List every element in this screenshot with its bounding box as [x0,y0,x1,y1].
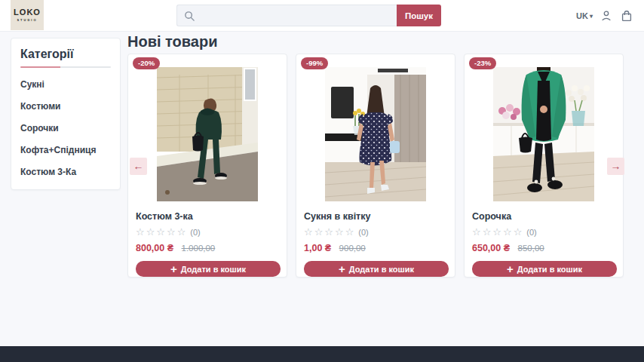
star-icon: ☆ [492,226,503,238]
sidebar-item-suits[interactable]: Костюми [20,101,111,112]
add-to-cart-label: Додати в кошик [181,265,246,274]
star-icon: ☆ [324,226,335,238]
chevron-down-icon: ▾ [590,13,593,20]
cart-icon[interactable] [620,9,633,23]
sidebar-item-shirts[interactable]: Сорочки [20,123,111,133]
rating-count: (0) [526,228,536,237]
discount-badge: -99% [301,57,328,69]
price-row: 650,00 ₴ 850,00 [472,241,615,254]
language-label: UK [576,11,588,20]
add-to-cart-button[interactable]: + Додати в кошик [136,261,281,277]
star-icon: ☆ [167,226,177,238]
search-bar: Пошук [176,5,441,26]
price-old: 900,00 [339,244,366,253]
sidebar-item-suit-3pc[interactable]: Костюм 3-Ка [20,167,111,177]
page-title: Нові товари [127,33,217,51]
product-card: -23% [464,54,624,278]
product-card: -20% Костюм 3-ка [127,54,287,278]
star-icon: ☆ [314,226,325,238]
add-to-cart-label: Додати в кошик [349,265,414,274]
plus-icon: + [339,263,345,275]
add-to-cart-button[interactable]: + Додати в кошик [472,261,617,277]
categories-panel: Категорії Сукні Костюми Сорочки Кофта+Сп… [11,38,121,190]
search-button[interactable]: Пошук [397,5,441,26]
product-card: -99% [296,54,455,278]
product-title[interactable]: Сукня в квітку [304,211,447,222]
price-old: 1.000,00 [182,244,216,253]
star-icon: ☆ [514,226,524,238]
star-icon: ☆ [177,226,188,238]
rating-row: ☆☆☆☆☆(0) [472,226,615,238]
logo-title: LOKO [14,8,41,17]
price-current: 800,00 ₴ [136,243,173,253]
product-image[interactable] [325,67,426,201]
account-icon[interactable] [600,9,613,23]
sidebar-item-top-skirt[interactable]: Кофта+Спідниця [20,145,111,155]
star-icon: ☆ [472,226,483,238]
discount-badge: -20% [133,57,160,69]
price-current: 1,00 ₴ [304,243,331,253]
logo-subtitle: STUDIO [17,18,37,22]
star-icon: ☆ [345,226,356,238]
product-carousel: -20% Костюм 3-ка [127,54,624,278]
header-actions: UK ▾ [576,0,633,32]
star-icon: ☆ [136,226,146,238]
star-icon: ☆ [146,226,157,238]
rating-row: ☆☆☆☆☆(0) [304,226,447,238]
discount-badge: -23% [469,57,496,69]
add-to-cart-button[interactable]: + Додати в кошик [304,261,449,277]
product-image[interactable] [493,67,594,201]
star-icon: ☆ [335,226,345,238]
footer [0,346,644,362]
carousel-prev-button[interactable]: ← [130,158,147,175]
language-selector[interactable]: UK ▾ [576,11,593,20]
search-icon [184,11,195,22]
product-title[interactable]: Костюм 3-ка [136,211,279,222]
product-title[interactable]: Сорочка [472,211,615,222]
sidebar-item-dresses[interactable]: Сукні [20,79,111,90]
star-icon: ☆ [156,226,167,238]
add-to-cart-label: Додати в кошик [517,265,582,274]
plus-icon: + [170,263,177,275]
carousel-next-button[interactable]: → [607,158,624,175]
product-image[interactable] [157,67,258,201]
rating-count: (0) [358,228,368,237]
header: LOKO STUDIO Пошук UK ▾ [0,0,644,32]
search-input[interactable] [200,11,397,21]
search-field-wrap [176,5,397,26]
price-old: 850,00 [518,244,544,253]
rating-count: (0) [190,228,200,237]
price-row: 1,00 ₴ 900,00 [304,241,447,254]
star-icon: ☆ [483,226,493,238]
plus-icon: + [507,263,514,275]
price-current: 650,00 ₴ [472,243,510,253]
categories-divider [20,66,111,68]
price-row: 800,00 ₴ 1.000,00 [136,241,279,254]
star-icon: ☆ [503,226,514,238]
categories-title: Категорії [20,48,111,61]
logo[interactable]: LOKO STUDIO [11,0,44,30]
rating-row: ☆☆☆☆☆(0) [136,226,279,238]
star-icon: ☆ [304,226,314,238]
